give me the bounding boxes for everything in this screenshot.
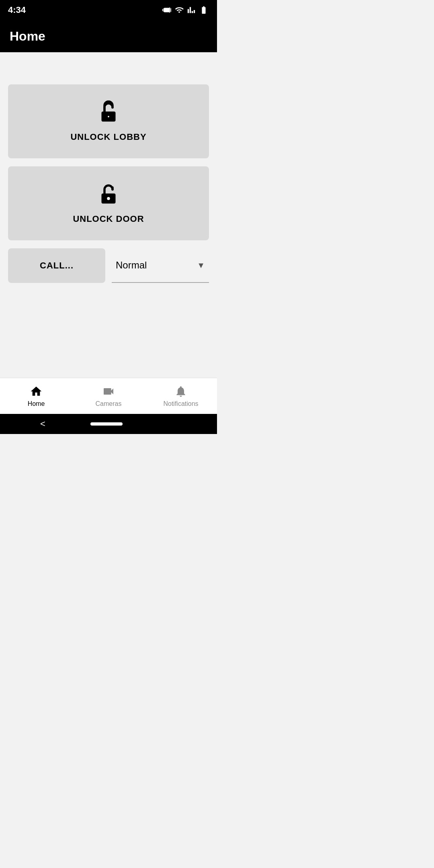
bottom-navigation: Home Cameras Notifications <box>0 378 217 414</box>
top-spacer <box>8 60 209 76</box>
nav-notifications[interactable]: Notifications <box>145 378 217 414</box>
system-nav-bar: < <box>0 414 217 434</box>
unlock-lobby-icon <box>96 100 121 126</box>
chevron-down-icon: ▼ <box>197 261 205 270</box>
status-bar: 4:34 <box>0 0 217 20</box>
back-button[interactable]: < <box>40 419 45 429</box>
nav-cameras[interactable]: Cameras <box>72 378 145 414</box>
normal-dropdown[interactable]: Normal ▼ <box>112 248 209 283</box>
nav-home[interactable]: Home <box>0 378 72 414</box>
vibrate-icon <box>162 6 171 14</box>
svg-point-1 <box>107 115 110 118</box>
wifi-icon <box>174 6 184 14</box>
bottom-row: CALL... Normal ▼ <box>8 248 209 283</box>
camera-icon <box>102 385 115 398</box>
call-label: CALL... <box>40 260 74 271</box>
nav-notifications-label: Notifications <box>163 400 198 407</box>
call-button[interactable]: CALL... <box>8 248 105 283</box>
unlock-door-button[interactable]: UNLOCK DOOR <box>8 166 209 240</box>
app-bar: Home <box>0 20 217 52</box>
signal-icon <box>187 6 195 14</box>
home-icon <box>30 385 43 398</box>
normal-value: Normal <box>116 260 147 271</box>
unlock-door-icon <box>96 182 121 208</box>
bell-icon <box>174 385 187 398</box>
nav-home-label: Home <box>28 400 45 407</box>
page-title: Home <box>10 29 45 44</box>
main-content: UNLOCK LOBBY UNLOCK DOOR CALL... Normal … <box>0 52 217 291</box>
unlock-door-label: UNLOCK DOOR <box>73 214 144 224</box>
battery-icon <box>199 6 209 14</box>
status-icons <box>162 6 209 14</box>
svg-point-3 <box>107 197 110 200</box>
unlock-lobby-label: UNLOCK LOBBY <box>70 132 146 142</box>
home-pill[interactable] <box>90 422 123 426</box>
unlock-lobby-button[interactable]: UNLOCK LOBBY <box>8 84 209 158</box>
status-time: 4:34 <box>8 5 26 15</box>
nav-cameras-label: Cameras <box>96 400 122 407</box>
